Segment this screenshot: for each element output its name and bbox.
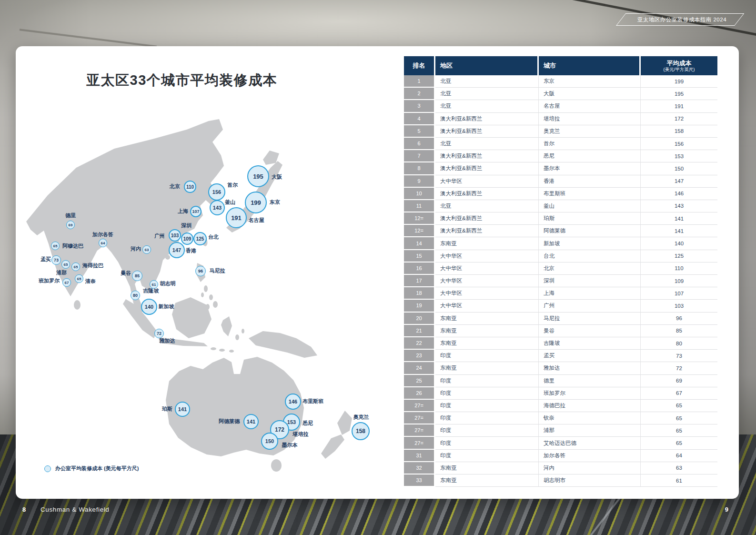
city-cell: 马尼拉 (539, 313, 641, 325)
cost-cell: 80 (641, 337, 717, 350)
city-bubble: 141 (175, 402, 190, 417)
rank-cell: 17 (404, 275, 435, 287)
page-title: 亚太区33个城市平均装修成本 (86, 71, 277, 90)
city-bubble: 64 (99, 239, 107, 247)
cost-cell: 147 (641, 175, 717, 188)
city-label: 马尼拉 (210, 267, 225, 274)
city-bubble: 67 (62, 278, 71, 287)
city-cell: 悉尼 (539, 150, 641, 162)
cost-cell: 156 (641, 138, 717, 150)
region-cell: 印度 (435, 450, 539, 462)
cost-cell: 150 (641, 162, 717, 175)
column-header-cost-title: 平均成本 (667, 60, 692, 67)
city-cell: 曼谷 (539, 325, 641, 337)
rank-cell: 3 (404, 100, 435, 112)
sulawesi (221, 316, 232, 336)
city-cell: 奥克兰 (539, 125, 641, 138)
rank-cell: 6 (404, 138, 435, 150)
cost-cell: 103 (641, 300, 717, 312)
cost-cell: 125 (641, 250, 717, 262)
rank-cell: 15 (404, 250, 435, 262)
cost-cell: 65 (641, 424, 717, 437)
city-cell: 台北 (539, 250, 641, 262)
header-badge-text: 亚太地区办公室装修成本指南 2024 (637, 16, 726, 23)
city-label: 大阪 (272, 173, 282, 181)
city-label: 名古屋 (249, 217, 264, 224)
region-cell: 东南亚 (435, 237, 539, 250)
region-cell: 东南亚 (435, 337, 539, 350)
city-label: 深圳 (181, 222, 192, 229)
city-bubble: 107 (190, 206, 202, 217)
city-cell: 艾哈迈达巴德 (539, 437, 641, 449)
city-label: 清奈 (85, 278, 96, 285)
city-bubble: 65 (61, 260, 70, 269)
page-number-left: 8 (22, 506, 26, 513)
cost-cell: 61 (641, 474, 717, 487)
region-cell: 大中华区 (435, 287, 539, 300)
report-spread-photo: { "header_badge": { "text": "亚太地区办公室装修成本… (0, 0, 756, 535)
cost-cell: 199 (641, 75, 717, 88)
rank-cell: 9 (404, 175, 435, 188)
city-label: 上海 (178, 208, 188, 215)
nz-north-island (337, 411, 352, 435)
rank-cell: 33 (404, 474, 435, 487)
city-cell: 大阪 (539, 88, 641, 100)
region-cell: 印度 (435, 375, 539, 387)
city-cell: 吉隆坡 (539, 337, 641, 350)
city-bubble: 65 (71, 262, 80, 271)
city-cell: 墨尔本 (539, 162, 641, 175)
cost-cell: 109 (641, 275, 717, 287)
city-label: 雅加达 (160, 337, 175, 344)
city-cell: 堪培拉 (539, 113, 641, 125)
city-label: 浦那 (56, 269, 67, 276)
city-cell: 深圳 (539, 275, 641, 287)
rank-cell: 19 (404, 300, 435, 312)
city-cell: 珀斯 (539, 212, 641, 225)
region-cell: 印度 (435, 437, 539, 449)
column-header-rank: 排名 (404, 56, 435, 75)
city-bubble: 63 (142, 245, 151, 254)
rank-cell: 27= (404, 424, 435, 437)
cost-cell: 107 (641, 287, 717, 300)
city-cell: 名古屋 (539, 100, 641, 112)
region-cell: 北亚 (435, 75, 539, 88)
region-cell: 东南亚 (435, 474, 539, 487)
city-cell: 釜山 (539, 200, 641, 212)
rank-cell: 23 (404, 350, 435, 362)
cost-cell: 146 (641, 188, 717, 200)
rank-cell: 25 (404, 375, 435, 387)
column-header-city: 城市 (539, 56, 641, 75)
city-bubble: 147 (169, 242, 185, 258)
city-cell: 海德巴拉 (539, 400, 641, 412)
rank-cell: 2 (404, 88, 435, 100)
city-bubble: 65 (75, 274, 83, 283)
cost-cell: 72 (641, 362, 717, 374)
cost-cell: 195 (641, 88, 717, 100)
city-label: 阿穆达巴 (62, 242, 83, 250)
page-number-right: 9 (725, 506, 728, 513)
city-bubble: 109 (181, 232, 193, 245)
hainan (165, 255, 170, 260)
city-cell: 阿德莱德 (539, 225, 641, 237)
city-label: 新加坡 (159, 303, 174, 310)
region-cell: 北亚 (435, 200, 539, 212)
rank-cell: 20 (404, 313, 435, 325)
city-bubble: 150 (261, 433, 278, 450)
region-cell: 印度 (435, 424, 539, 437)
city-label: 阿德莱德 (219, 418, 240, 425)
city-label: 胡志明 (160, 280, 176, 287)
rank-cell: 5 (404, 125, 435, 138)
cost-cell: 67 (641, 387, 717, 400)
sri-lanka (74, 300, 81, 310)
city-cell: 钦奈 (539, 412, 641, 424)
region-cell: 印度 (435, 350, 539, 362)
region-cell: 东南亚 (435, 462, 539, 474)
city-cell: 布里斯班 (539, 188, 641, 200)
city-label: 奥克兰 (353, 414, 369, 421)
new-guinea (249, 331, 317, 358)
rank-cell: 14 (404, 237, 435, 250)
region-cell: 印度 (435, 400, 539, 412)
rank-cell: 11 (404, 200, 435, 212)
rank-cell: 24 (404, 362, 435, 374)
city-bubble: 96 (195, 266, 206, 276)
